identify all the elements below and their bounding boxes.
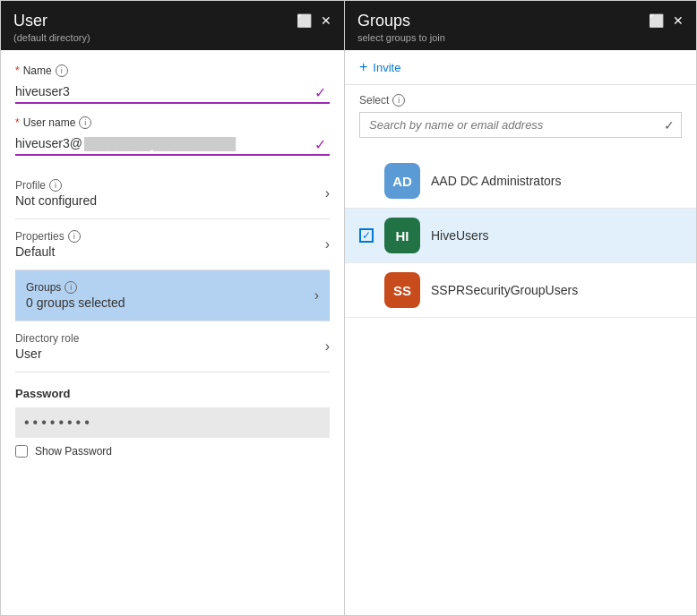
properties-nav-left: Properties i Default (15, 230, 81, 259)
aad-checkbox-empty (359, 174, 374, 188)
directory-role-nav-value: User (15, 346, 79, 361)
left-panel-header: User (default directory) ⬜ ✕ (1, 1, 344, 50)
profile-nav-left: Profile i Not configured (15, 179, 97, 208)
show-password-checkbox[interactable] (15, 445, 28, 458)
profile-nav-value: Not configured (15, 193, 97, 208)
username-display[interactable]: hiveuser3@████████ ██████████ (15, 133, 330, 156)
sspr-avatar: SS (384, 272, 420, 308)
groups-nav-value: 0 groups selected (26, 295, 125, 310)
user-panel: User (default directory) ⬜ ✕ * Name i ✓ … (0, 0, 345, 616)
groups-nav-left: Groups i 0 groups selected (26, 281, 125, 310)
right-panel-controls: ⬜ ✕ (649, 13, 684, 28)
group-item-sspr[interactable]: SS SSPRSecurityGroupUsers (345, 263, 696, 318)
show-password-row: Show Password (15, 445, 330, 458)
groups-list: AD AAD DC Administrators ✓ HI HiveUsers … (345, 154, 696, 318)
groups-chevron-icon: › (314, 287, 319, 304)
properties-chevron-icon: › (325, 236, 330, 252)
groups-nav-row[interactable]: Groups i 0 groups selected › (15, 270, 330, 321)
profile-chevron-icon: › (325, 185, 330, 201)
groups-info-icon[interactable]: i (65, 281, 77, 294)
select-section: Select i ✓ (345, 85, 696, 147)
username-domain-blur: ████████ ██████████ (84, 137, 236, 150)
hive-checkbox-check-icon: ✓ (362, 229, 371, 242)
left-panel-body: * Name i ✓ * User name i hiveuser3@█████… (1, 50, 344, 615)
name-required-star: * (15, 64, 20, 77)
select-label: Select i (359, 94, 682, 107)
left-panel-subtitle: (default directory) (13, 32, 90, 43)
username-value: hiveuser3@ (15, 136, 82, 150)
aad-avatar: AD (384, 163, 420, 199)
password-label: Password (15, 387, 330, 400)
profile-nav-row[interactable]: Profile i Not configured › (15, 168, 330, 219)
group-item-hive[interactable]: ✓ HI HiveUsers (345, 209, 696, 263)
name-input[interactable] (15, 81, 330, 104)
name-field-label: * Name i (15, 64, 330, 77)
hive-checkbox[interactable]: ✓ (359, 228, 374, 243)
name-valid-icon: ✓ (314, 84, 326, 101)
groups-nav-title: Groups i (26, 281, 125, 294)
name-label-text: Name (23, 64, 52, 77)
search-check-icon: ✓ (664, 118, 675, 133)
invite-button[interactable]: + Invite (345, 50, 696, 85)
username-input-wrapper: hiveuser3@████████ ██████████ ✓ (15, 133, 330, 156)
username-info-icon[interactable]: i (79, 116, 91, 129)
properties-nav-value: Default (15, 244, 81, 259)
hive-group-name: HiveUsers (431, 228, 489, 243)
name-info-icon[interactable]: i (56, 64, 68, 77)
directory-role-nav-row[interactable]: Directory role User › (15, 321, 330, 372)
show-password-label: Show Password (35, 445, 112, 458)
groups-panel: Groups select groups to join ⬜ ✕ + Invit… (345, 0, 697, 616)
directory-role-chevron-icon: › (325, 338, 330, 355)
directory-role-nav-left: Directory role User (15, 332, 79, 361)
right-panel-title: Groups (357, 12, 445, 30)
profile-nav-title: Profile i (15, 179, 97, 192)
left-close-button[interactable]: ✕ (321, 13, 331, 28)
hive-avatar: HI (384, 218, 420, 253)
properties-info-icon[interactable]: i (68, 230, 81, 243)
properties-nav-title: Properties i (15, 230, 81, 243)
right-minimize-button[interactable]: ⬜ (649, 13, 664, 28)
username-valid-icon: ✓ (314, 136, 326, 153)
left-minimize-button[interactable]: ⬜ (297, 13, 312, 28)
properties-nav-row[interactable]: Properties i Default › (15, 219, 330, 270)
username-label-text: User name (23, 116, 76, 129)
aad-group-name: AAD DC Administrators (431, 174, 561, 188)
group-item-aad[interactable]: AD AAD DC Administrators (345, 154, 696, 209)
directory-role-nav-title: Directory role (15, 332, 79, 345)
select-info-icon[interactable]: i (392, 94, 405, 107)
password-section: Password Show Password (15, 372, 330, 458)
username-field-label: * User name i (15, 116, 330, 129)
search-input[interactable] (359, 112, 682, 138)
plus-icon: + (359, 59, 367, 75)
invite-label: Invite (373, 61, 400, 74)
left-panel-title: User (13, 12, 90, 30)
profile-info-icon[interactable]: i (49, 179, 62, 192)
sspr-group-name: SSPRSecurityGroupUsers (431, 283, 578, 297)
right-panel-header: Groups select groups to join ⬜ ✕ (345, 1, 696, 50)
name-input-wrapper: ✓ (15, 81, 330, 104)
right-panel-subtitle: select groups to join (357, 32, 445, 43)
right-close-button[interactable]: ✕ (673, 13, 684, 28)
sspr-checkbox-empty (359, 283, 374, 297)
username-required-star: * (15, 116, 20, 129)
left-panel-controls: ⬜ ✕ (297, 13, 331, 28)
search-wrapper: ✓ (359, 112, 682, 138)
password-input[interactable] (15, 407, 330, 438)
